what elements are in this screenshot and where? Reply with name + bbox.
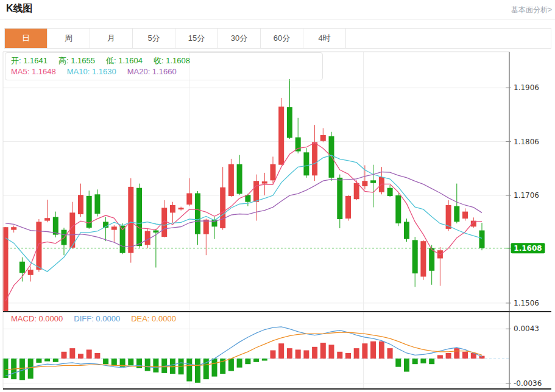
macd-axis-labels: 0.0043-0.0036 (506, 324, 542, 388)
price-axis-label: 1.1906 (514, 83, 539, 92)
macd-legend: MACD: 0.0000DIFF: 0.0000DEA: 0.0000 (11, 314, 187, 323)
macd-axis-label: 0.0043 (514, 324, 539, 333)
legend-item: DIFF: 0.0000 (74, 314, 120, 323)
kline-widget: K线图 基本面分析> 日周月5分15分30分60分4时 1.19061.1806… (0, 0, 555, 392)
legend-item: 收: 1.1608 (154, 56, 190, 65)
legend-item: 开: 1.1641 (11, 56, 48, 65)
price-axis-label: 1.1706 (514, 191, 539, 200)
candlestick-pane[interactable] (3, 52, 509, 312)
legend-item: MA5: 1.1648 (11, 67, 56, 76)
ma-legend: MA5: 1.1648MA10: 1.1630MA20: 1.1660 (11, 67, 188, 76)
legend-item: 高: 1.1655 (58, 56, 95, 65)
legend-item: MA10: 1.1630 (67, 67, 116, 76)
macd-axis-label: -0.0036 (514, 379, 542, 388)
price-axis-label: 1.1506 (514, 299, 539, 307)
legend-item: MACD: 0.0000 (11, 314, 63, 323)
ohlc-legend: 开: 1.1641高: 1.1655低: 1.1604收: 1.1608 (11, 55, 201, 66)
price-axis-label: 1.1806 (514, 138, 539, 146)
current-price-badge: 1.1608 (506, 243, 545, 253)
legend-item: 低: 1.1604 (106, 56, 143, 65)
legend-item: MA20: 1.1660 (127, 67, 177, 76)
legend-item: DEA: 0.0000 (131, 314, 176, 323)
svg-text:1.1608: 1.1608 (514, 244, 542, 253)
macd-pane[interactable] (3, 312, 509, 389)
price-axis-labels: 1.19061.18061.17061.1506 (506, 83, 539, 307)
